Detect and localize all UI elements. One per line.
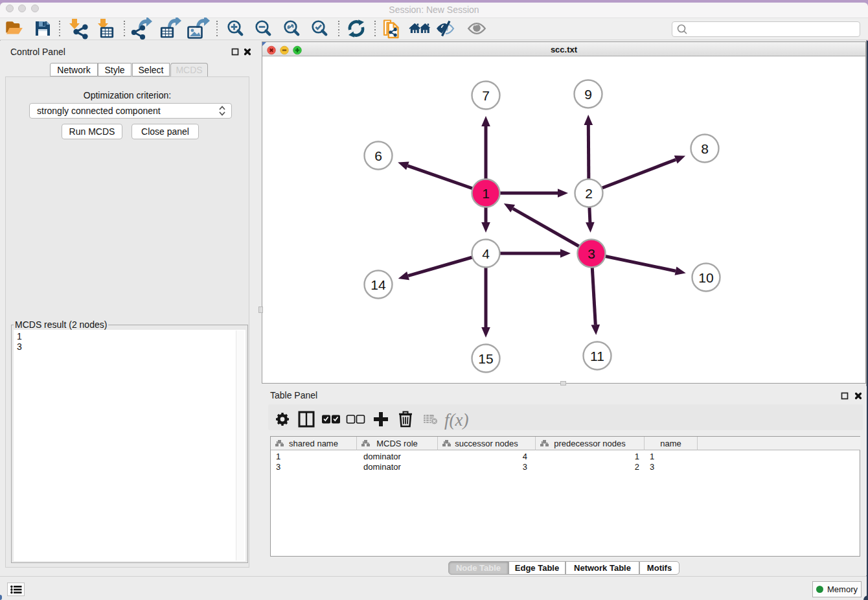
svg-text:3: 3 [588,246,595,261]
svg-text:15: 15 [478,351,493,366]
svg-text:11: 11 [590,349,604,363]
svg-text:8: 8 [701,141,709,156]
svg-text:1: 1 [482,186,490,201]
svg-text:9: 9 [584,87,592,102]
svg-text:f(x): f(x) [444,410,468,430]
svg-text:10: 10 [698,270,713,285]
svg-text:6: 6 [374,148,382,163]
svg-text:2: 2 [585,186,593,201]
svg-text:4: 4 [482,246,490,261]
svg-text:7: 7 [482,88,490,103]
svg-text:14: 14 [371,277,386,292]
